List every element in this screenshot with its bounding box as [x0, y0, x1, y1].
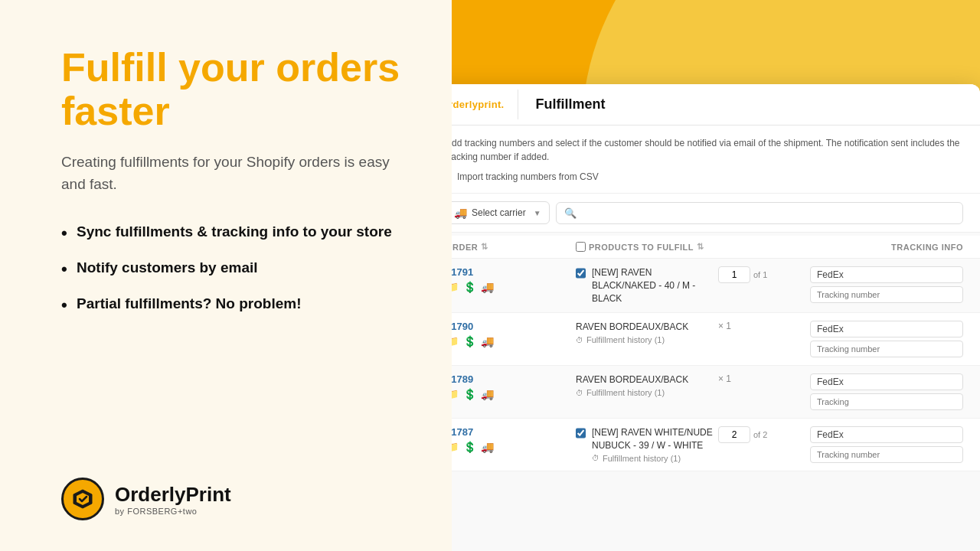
left-panel: Fulfill your orders faster Creating fulf… — [0, 0, 452, 551]
qty-of-label-1787: of 2 — [753, 430, 767, 439]
tracking-description: Add tracking numbers and select if the c… — [452, 136, 963, 164]
folder-icon[interactable]: 📁 — [452, 281, 459, 293]
dollar-icon[interactable]: 💲 — [463, 441, 476, 453]
feature-item-1: Sync fulfillments & tracking info to you… — [61, 223, 410, 242]
qty-cell-1791: of 1 — [718, 266, 810, 283]
product-name-1789: RAVEN BORDEAUX/BACK — [576, 373, 718, 386]
features-list: Sync fulfillments & tracking info to you… — [61, 223, 410, 313]
product-cell-1791: [NEW] RAVEN BLACK/NAKED - 40 / M - BLACK — [576, 266, 718, 305]
tracking-cell-1790: FedEx — [810, 321, 963, 357]
product-checkbox-1787[interactable] — [576, 428, 586, 439]
order-id-1787[interactable]: #1787 — [452, 426, 576, 438]
fulfillment-history-1787[interactable]: Fulfillment history (1) — [592, 454, 718, 463]
carrier-select-label: Select carrier — [472, 207, 526, 218]
hero-content: Fulfill your orders faster Creating fulf… — [61, 46, 410, 336]
carrier-badge-1789: FedEx — [810, 373, 963, 390]
tracking-info-bar: Add tracking numbers and select if the c… — [452, 126, 980, 194]
brand-footer: OrderlyPrint by FORSBERG+two — [61, 478, 410, 520]
fulfillment-history-1789[interactable]: Fulfillment history (1) — [576, 388, 718, 397]
order-id-1789[interactable]: #1789 — [452, 373, 576, 385]
product-cell-1787: [NEW] RAVEN WHITE/NUDE NUBUCK - 39 / W -… — [576, 426, 718, 463]
order-id-cell: #1791 📁 💲 🚚 — [452, 266, 576, 293]
order-id-cell: #1790 📁 💲 🚚 — [452, 321, 576, 347]
truck-icon: 🚚 — [454, 207, 467, 219]
right-panel: orderlyprint. Fulfillment Add tracking n… — [452, 0, 980, 551]
product-checkbox-1791[interactable] — [576, 268, 586, 279]
search-input[interactable] — [581, 207, 955, 218]
column-header-tracking: TRACKING INFO — [810, 243, 963, 252]
sort-icon-products[interactable]: ⇅ — [697, 242, 704, 252]
tracking-input-1787[interactable] — [810, 446, 963, 463]
tracking-cell-1791: FedEx — [810, 266, 963, 303]
table-row: #1789 📁 💲 🚚 RAVEN BORDEAUX/BACK Fulfillm… — [452, 366, 980, 419]
qty-input-1787[interactable] — [718, 426, 750, 443]
order-actions-1787: 📁 💲 🚚 — [452, 441, 576, 453]
folder-icon[interactable]: 📁 — [452, 335, 459, 347]
select-all-checkbox[interactable] — [576, 242, 586, 252]
truck-icon-action[interactable]: 🚚 — [481, 388, 494, 400]
table-row: #1787 📁 💲 🚚 [NEW] RAVEN WHITE/NUDE NUBUC… — [452, 419, 980, 471]
chevron-down-icon: ▼ — [534, 209, 541, 217]
fulfillment-history-1790[interactable]: Fulfillment history (1) — [576, 335, 718, 344]
app-window: orderlyprint. Fulfillment Add tracking n… — [452, 84, 980, 551]
app-logo: orderlyprint. — [452, 90, 518, 119]
order-id-cell: #1789 📁 💲 🚚 — [452, 373, 576, 400]
brand-name: OrderlyPrint — [115, 483, 231, 507]
tracking-input-1790[interactable] — [810, 341, 963, 357]
product-name-1787: [NEW] RAVEN WHITE/NUDE NUBUCK - 39 / W -… — [592, 426, 718, 452]
carrier-badge-1791: FedEx — [810, 266, 963, 283]
dollar-icon[interactable]: 💲 — [463, 335, 476, 347]
tracking-cell-1787: FedEx — [810, 426, 963, 463]
folder-icon[interactable]: 📁 — [452, 388, 459, 400]
qty-multiplier-1789: × 1 — [718, 373, 731, 384]
product-cell-1790: RAVEN BORDEAUX/BACK Fulfillment history … — [576, 321, 718, 344]
order-id-cell: #1787 📁 💲 🚚 — [452, 426, 576, 453]
product-cell-1789: RAVEN BORDEAUX/BACK Fulfillment history … — [576, 373, 718, 397]
column-header-order: ORDER ⇅ — [452, 242, 576, 252]
qty-multiplier-1790: × 1 — [718, 321, 731, 331]
order-actions-1789: 📁 💲 🚚 — [452, 388, 576, 400]
truck-icon-action[interactable]: 🚚 — [481, 441, 494, 453]
hero-subtitle: Creating fulfillments for your Shopify o… — [61, 152, 410, 195]
carrier-badge-1790: FedEx — [810, 321, 963, 337]
filter-bar: 🚚 Select carrier ▼ 🔍 — [452, 194, 980, 233]
table-row: #1790 📁 💲 🚚 RAVEN BORDEAUX/BACK Fulfillm… — [452, 313, 980, 366]
qty-cell-1787: of 2 — [718, 426, 810, 443]
brand-text: OrderlyPrint by FORSBERG+two — [115, 483, 231, 516]
orders-table: ORDER ⇅ PRODUCTS TO FULFILL ⇅ TRACKING I… — [452, 236, 980, 471]
search-bar: 🔍 — [556, 202, 963, 224]
carrier-select-dropdown[interactable]: 🚚 Select carrier ▼ — [452, 201, 550, 224]
truck-icon-action[interactable]: 🚚 — [481, 281, 494, 293]
app-title: Fulfillment — [518, 84, 622, 125]
qty-cell-1790: × 1 — [718, 321, 810, 331]
import-csv-link[interactable]: Import tracking numbers from CSV — [452, 170, 963, 184]
brand-logo-icon — [61, 478, 104, 520]
dollar-icon[interactable]: 💲 — [463, 281, 476, 293]
tracking-cell-1789: FedEx — [810, 373, 963, 410]
hero-title: Fulfill your orders faster — [61, 46, 410, 133]
column-header-products: PRODUCTS TO FULFILL ⇅ — [576, 242, 718, 252]
qty-cell-1789: × 1 — [718, 373, 810, 384]
carrier-badge-1787: FedEx — [810, 426, 963, 443]
order-actions-1791: 📁 💲 🚚 — [452, 281, 576, 293]
qty-of-label-1791: of 1 — [753, 270, 767, 279]
app-logo-text: orderly — [452, 99, 478, 110]
product-name-1791: [NEW] RAVEN BLACK/NAKED - 40 / M - BLACK — [592, 266, 718, 305]
truck-icon-action[interactable]: 🚚 — [481, 335, 494, 347]
sort-icon-order[interactable]: ⇅ — [481, 242, 488, 252]
dollar-icon[interactable]: 💲 — [463, 388, 476, 400]
app-topbar: orderlyprint. Fulfillment — [452, 84, 980, 126]
folder-icon[interactable]: 📁 — [452, 441, 459, 453]
tracking-input-1789[interactable] — [810, 393, 963, 410]
order-id-1790[interactable]: #1790 — [452, 321, 576, 332]
app-logo-text2: print. — [478, 99, 504, 110]
tracking-input-1791[interactable] — [810, 286, 963, 303]
order-id-1791[interactable]: #1791 — [452, 266, 576, 278]
brand-sub: by FORSBERG+two — [115, 507, 231, 516]
feature-item-2: Notify customers by email — [61, 259, 410, 278]
product-name-1790: RAVEN BORDEAUX/BACK — [576, 321, 718, 334]
qty-input-1791[interactable] — [718, 266, 750, 283]
search-icon: 🔍 — [564, 207, 577, 219]
table-row: #1791 📁 💲 🚚 [NEW] RAVEN BLACK/NAKED - 40… — [452, 259, 980, 313]
app-body[interactable]: Add tracking numbers and select if the c… — [452, 126, 980, 551]
